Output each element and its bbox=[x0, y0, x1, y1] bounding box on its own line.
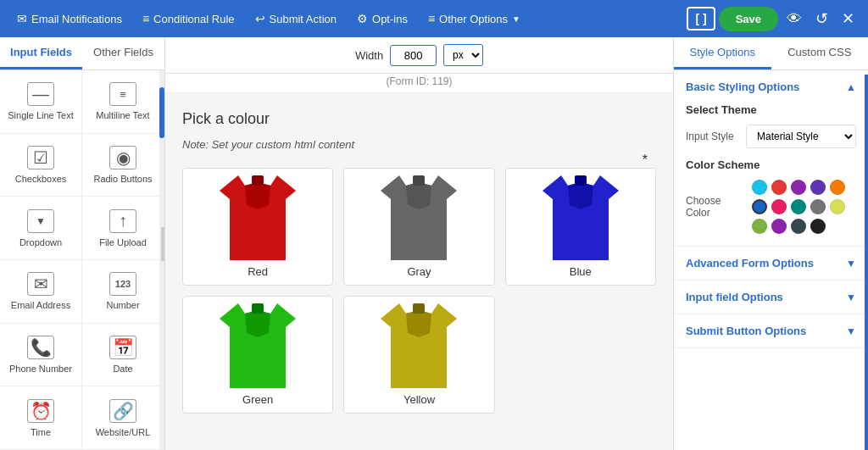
svg-rect-5 bbox=[413, 175, 425, 186]
nav-conditional-label: Conditional Rule bbox=[153, 13, 234, 25]
field-time[interactable]: ⏰ Time bbox=[0, 386, 82, 450]
tab-style-options[interactable]: Style Options bbox=[674, 37, 771, 69]
svg-rect-11 bbox=[252, 303, 264, 314]
field-checkboxes[interactable]: ☑ Checkboxes bbox=[0, 134, 82, 197]
section-input-field-header[interactable]: Input field Options ▼ bbox=[674, 281, 868, 314]
field-date-label: Date bbox=[113, 364, 132, 374]
section-basic-styling: Basic Styling Options ▲ Select Theme Inp… bbox=[674, 70, 868, 247]
color-dot-red[interactable] bbox=[771, 180, 787, 195]
color-dot-green[interactable] bbox=[752, 219, 767, 234]
field-single-line-text[interactable]: — Single Line Text bbox=[0, 70, 82, 134]
tab-custom-css[interactable]: Custom CSS bbox=[771, 37, 869, 69]
nav-submit[interactable]: ↩ Submit Action bbox=[247, 7, 346, 31]
nav-email-label: Email Notifications bbox=[31, 13, 122, 25]
input-style-label: Input Style bbox=[686, 131, 734, 142]
nav-conditional[interactable]: ≡ Conditional Rule bbox=[134, 7, 243, 31]
basic-styling-title: Basic Styling Options bbox=[686, 81, 799, 93]
input-style-select[interactable]: Material Style Classic Style Flat Style bbox=[746, 125, 856, 148]
color-dot-violet[interactable] bbox=[810, 180, 826, 195]
shirt-option-gray[interactable]: Gray bbox=[343, 168, 494, 286]
shirt-option-yellow[interactable]: Yellow bbox=[343, 296, 494, 414]
form-id: (Form ID: 119) bbox=[165, 74, 673, 93]
field-upload-label: File Upload bbox=[99, 237, 147, 247]
field-website-url[interactable]: 🔗 Website/URL bbox=[82, 386, 164, 450]
field-phone-number[interactable]: 📞 Phone Number bbox=[0, 324, 82, 387]
left-sidebar: Input Fields Other Fields — Single Line … bbox=[0, 37, 165, 450]
color-dot-darkgray[interactable] bbox=[791, 219, 806, 234]
section-advanced-form-header[interactable]: Advanced Form Options ▼ bbox=[674, 247, 868, 280]
field-radio-label: Radio Buttons bbox=[93, 174, 152, 184]
section-submit-button-header[interactable]: Submit Button Options ▼ bbox=[674, 314, 868, 347]
select-theme-label: Select Theme bbox=[686, 103, 856, 116]
bracket-button[interactable]: [ ] bbox=[687, 7, 715, 31]
submit-icon: ↩ bbox=[255, 12, 265, 25]
choose-color-label: Choose Color bbox=[686, 195, 745, 219]
svg-marker-4 bbox=[406, 182, 431, 209]
color-dot-purple2[interactable] bbox=[771, 219, 787, 234]
color-dot-black[interactable] bbox=[810, 219, 826, 234]
width-input[interactable] bbox=[390, 45, 437, 66]
color-dot-cyan[interactable] bbox=[752, 180, 767, 195]
top-nav: ✉ Email Notifications ≡ Conditional Rule… bbox=[0, 0, 868, 37]
color-dot-lime[interactable] bbox=[830, 199, 845, 214]
field-email-address[interactable]: ✉ Email Address bbox=[0, 260, 82, 324]
field-grid: — Single Line Text ≡ Multiline Text ☑ Ch… bbox=[0, 70, 164, 450]
field-checkboxes-label: Checkboxes bbox=[15, 174, 67, 184]
svg-rect-8 bbox=[575, 175, 587, 186]
shirt-label-gray: Gray bbox=[351, 265, 487, 278]
nav-other[interactable]: ≡ Other Options ▼ bbox=[420, 7, 529, 31]
save-button[interactable]: Save bbox=[719, 7, 778, 31]
upload-icon: ↑ bbox=[109, 209, 136, 233]
shirt-option-blue[interactable]: Blue bbox=[505, 168, 656, 286]
color-dot-pink[interactable] bbox=[771, 199, 787, 214]
checkboxes-icon: ☑ bbox=[27, 146, 54, 169]
advanced-form-title: Advanced Form Options bbox=[686, 257, 814, 269]
phone-icon: 📞 bbox=[27, 336, 54, 359]
shirt-option-red[interactable]: Red bbox=[182, 168, 333, 286]
close-icon[interactable]: ✕ bbox=[837, 6, 860, 31]
section-basic-styling-header[interactable]: Basic Styling Options ▲ bbox=[674, 70, 868, 103]
field-dropdown-label: Dropdown bbox=[19, 237, 62, 247]
other-icon: ≡ bbox=[428, 12, 435, 25]
field-phone-label: Phone Number bbox=[9, 364, 72, 374]
preview-icon[interactable]: 👁 bbox=[782, 7, 807, 31]
multiline-icon: ≡ bbox=[109, 82, 136, 106]
refresh-icon[interactable]: ↺ bbox=[810, 6, 833, 31]
shirt-label-yellow: Yellow bbox=[351, 393, 487, 406]
right-panel: Style Options Custom CSS Basic Styling O… bbox=[673, 37, 868, 450]
time-icon: ⏰ bbox=[27, 399, 54, 423]
nav-optins-label: Opt-ins bbox=[372, 13, 408, 25]
shirt-label-red: Red bbox=[190, 265, 326, 278]
url-icon: 🔗 bbox=[109, 399, 136, 423]
field-number-label: Number bbox=[106, 300, 139, 310]
field-number[interactable]: 123 Number bbox=[82, 260, 164, 324]
tab-input-fields[interactable]: Input Fields bbox=[0, 37, 82, 69]
svg-marker-7 bbox=[568, 182, 593, 209]
svg-marker-1 bbox=[245, 182, 270, 209]
color-dot-orange[interactable] bbox=[830, 180, 845, 195]
color-dot-blue[interactable] bbox=[752, 199, 767, 214]
nav-email[interactable]: ✉ Email Notifications bbox=[8, 7, 131, 31]
canvas-title: Pick a colour bbox=[182, 110, 656, 128]
tab-other-fields[interactable]: Other Fields bbox=[82, 37, 164, 69]
color-dot-purple[interactable] bbox=[791, 180, 806, 195]
nav-optins[interactable]: ⚙ Opt-ins bbox=[348, 7, 416, 31]
field-multiline-text[interactable]: ≡ Multiline Text bbox=[82, 70, 164, 134]
field-single-line-label: Single Line Text bbox=[8, 110, 73, 120]
conditional-icon: ≡ bbox=[142, 12, 149, 25]
color-dot-gray[interactable] bbox=[810, 199, 826, 214]
field-date[interactable]: 📅 Date bbox=[82, 324, 164, 387]
panel-tabs: Style Options Custom CSS bbox=[674, 37, 868, 70]
shirt-option-green[interactable]: Green bbox=[182, 296, 333, 414]
dropdown-icon: ▼ bbox=[27, 209, 54, 233]
shirt-image-red bbox=[190, 175, 326, 260]
field-dropdown[interactable]: ▼ Dropdown bbox=[0, 197, 82, 260]
chevron-down-submit-icon: ▼ bbox=[846, 325, 856, 337]
color-row: Choose Color bbox=[686, 180, 856, 234]
shirt-image-blue bbox=[513, 175, 648, 260]
unit-select[interactable]: px % bbox=[443, 44, 483, 66]
color-dot-teal[interactable] bbox=[791, 199, 806, 214]
field-file-upload[interactable]: ↑ File Upload bbox=[82, 197, 164, 260]
field-radio-buttons[interactable]: ◉ Radio Buttons bbox=[82, 134, 164, 197]
input-field-title: Input field Options bbox=[686, 291, 783, 303]
